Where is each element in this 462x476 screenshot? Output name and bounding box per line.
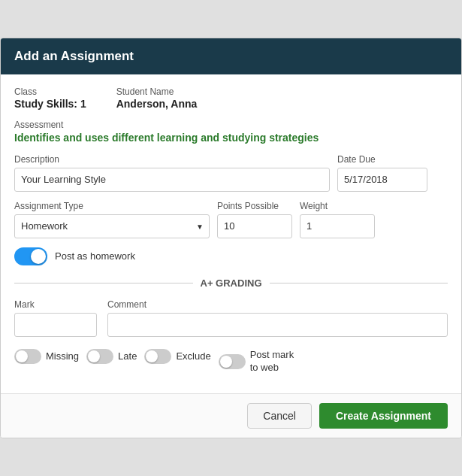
exclude-toggle-item: Exclude bbox=[144, 349, 210, 364]
comment-input[interactable] bbox=[107, 313, 448, 337]
type-points-weight-row: Assignment Type Homework Quiz Test Proje… bbox=[14, 201, 448, 238]
date-due-group: Date Due bbox=[337, 154, 427, 192]
cancel-button[interactable]: Cancel bbox=[247, 403, 312, 429]
points-input[interactable] bbox=[217, 214, 292, 238]
modal-container: Add an Assignment Class Study Skills: 1 … bbox=[0, 38, 462, 439]
assignment-type-group: Assignment Type Homework Quiz Test Proje… bbox=[14, 201, 210, 238]
date-due-label: Date Due bbox=[337, 154, 427, 165]
description-input[interactable] bbox=[14, 168, 330, 192]
info-row: Class Study Skills: 1 Student Name Ander… bbox=[14, 86, 448, 111]
modal-title: Add an Assignment bbox=[14, 49, 134, 63]
student-info: Student Name Anderson, Anna bbox=[116, 86, 198, 111]
student-label: Student Name bbox=[116, 86, 198, 97]
missing-toggle-item: Missing bbox=[14, 349, 79, 364]
assessment-label: Assessment bbox=[14, 120, 448, 130]
create-assignment-button[interactable]: Create Assignment bbox=[319, 403, 448, 429]
class-label: Class bbox=[14, 86, 86, 97]
missing-toggle[interactable] bbox=[14, 349, 41, 364]
comment-group: Comment bbox=[107, 299, 448, 337]
post-mark-toggle-item: Post mark to web bbox=[219, 349, 303, 374]
grading-divider: A+ GRADING bbox=[14, 277, 448, 289]
post-mark-toggle[interactable] bbox=[219, 354, 246, 369]
modal-body: Class Study Skills: 1 Student Name Ander… bbox=[1, 74, 461, 394]
comment-label: Comment bbox=[107, 299, 448, 310]
mark-comment-row: Mark Comment bbox=[14, 299, 448, 337]
points-label: Points Possible bbox=[217, 201, 292, 211]
weight-group: Weight bbox=[300, 201, 375, 238]
class-value: Study Skills: 1 bbox=[14, 98, 86, 110]
weight-input[interactable] bbox=[300, 214, 375, 238]
mark-input[interactable] bbox=[14, 313, 97, 337]
date-due-input[interactable] bbox=[337, 168, 427, 192]
description-group: Description bbox=[14, 154, 330, 192]
exclude-toggle[interactable] bbox=[144, 349, 171, 364]
exclude-label: Exclude bbox=[176, 350, 210, 362]
class-info: Class Study Skills: 1 bbox=[14, 86, 86, 111]
late-label: Late bbox=[118, 350, 137, 362]
student-value: Anderson, Anna bbox=[116, 98, 198, 110]
assignment-type-label: Assignment Type bbox=[14, 201, 210, 211]
assessment-text: Identifies and uses different learning a… bbox=[14, 132, 448, 144]
modal-footer: Cancel Create Assignment bbox=[1, 393, 461, 438]
mark-label: Mark bbox=[14, 299, 97, 310]
grading-title: A+ GRADING bbox=[201, 277, 262, 289]
post-homework-label: Post as homework bbox=[55, 250, 135, 262]
post-mark-label: Post mark to web bbox=[250, 349, 303, 374]
mark-group: Mark bbox=[14, 299, 97, 337]
description-label: Description bbox=[14, 154, 330, 165]
description-date-row: Description Date Due bbox=[14, 154, 448, 192]
late-toggle[interactable] bbox=[86, 349, 113, 364]
status-toggles-row: Missing Late Exclude Post mark to web bbox=[14, 349, 448, 374]
modal-header: Add an Assignment bbox=[1, 38, 461, 74]
points-group: Points Possible bbox=[217, 201, 292, 238]
missing-label: Missing bbox=[46, 350, 79, 362]
weight-label: Weight bbox=[300, 201, 375, 211]
assignment-type-select[interactable]: Homework Quiz Test Project Lab bbox=[14, 214, 210, 238]
post-homework-toggle[interactable] bbox=[14, 247, 47, 265]
late-toggle-item: Late bbox=[86, 349, 137, 364]
post-homework-row: Post as homework bbox=[14, 247, 448, 265]
assignment-type-wrapper: Homework Quiz Test Project Lab bbox=[14, 214, 210, 238]
